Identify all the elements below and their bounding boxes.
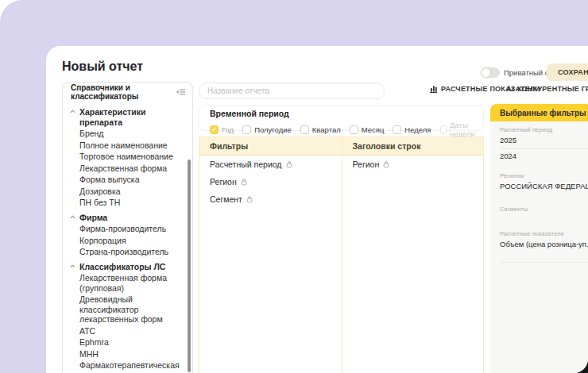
- row-headers-column: Заголовки строк Регион: [342, 137, 484, 373]
- section-value[interactable]: РОССИЙСКАЯ ФЕДЕРАЦИЯ: [500, 179, 588, 194]
- tree-item[interactable]: Фирма-производитель: [68, 224, 184, 234]
- tree-item[interactable]: Древовидный классификатор лекарственных …: [68, 294, 184, 325]
- tree-item[interactable]: Корпорация: [68, 236, 184, 246]
- checkbox-quarter[interactable]: Квартал: [300, 125, 341, 134]
- checkbox-icon: [300, 125, 309, 134]
- tree-item[interactable]: Страна-производитель: [68, 247, 184, 257]
- lock-icon: [246, 195, 253, 203]
- sidebar-title: Справочники и классификаторы: [71, 83, 176, 101]
- tree-item[interactable]: Лекарственная форма: [68, 163, 184, 174]
- chevron-up-icon: [70, 264, 75, 268]
- lock-icon: [383, 160, 389, 168]
- tree-item[interactable]: Дозировка: [68, 186, 184, 197]
- checkbox-icon: [242, 125, 251, 134]
- tree-item[interactable]: Бренд: [68, 129, 184, 139]
- filter-row[interactable]: Расчетный период: [199, 156, 342, 173]
- tree-item[interactable]: АТС: [68, 326, 184, 336]
- toggle-knob: [482, 68, 490, 77]
- section-value[interactable]: Объем (цена розница-уп.розница), руб: [500, 237, 588, 252]
- filter-row[interactable]: Регион: [199, 173, 342, 190]
- checkbox-month[interactable]: Месяц: [350, 125, 385, 134]
- checkbox-week[interactable]: Неделя: [393, 125, 431, 134]
- checkbox-icon: [393, 125, 401, 134]
- section-label: Сегменты: [500, 206, 588, 213]
- time-period-section: Временной период Год Полугодие Квартал М…: [199, 105, 484, 131]
- checkbox-icon: [440, 125, 447, 134]
- report-name-input[interactable]: [199, 83, 385, 99]
- chevron-up-icon: [70, 215, 75, 219]
- competitive-groups-icon: [505, 84, 514, 93]
- tree-item[interactable]: Ephmra: [68, 337, 184, 348]
- tree-item[interactable]: Полное наименование: [68, 140, 184, 151]
- row-header-row[interactable]: Регион: [342, 156, 484, 173]
- selected-filters-panel: Выбранные фильтры Расчетный период 2025 …: [490, 104, 588, 373]
- sidebar-scrollbar[interactable]: [188, 160, 191, 372]
- filters-column: Фильтры Расчетный период Регион Сегмент: [199, 137, 342, 373]
- tree-group-label: Характеристики препарата: [79, 107, 145, 127]
- tree-item[interactable]: Форма выпуска: [68, 175, 184, 185]
- section-label: Регионы: [500, 172, 588, 179]
- lock-icon: [241, 178, 247, 186]
- section-label: Расчетный период: [500, 126, 588, 133]
- save-as-template-button[interactable]: СОХРАНИТЬ КАК ШАБЛОН: [547, 63, 588, 81]
- section-label: Расчетные показатели: [500, 230, 588, 237]
- tree-group[interactable]: Фирма: [68, 213, 184, 223]
- bar-chart-icon: [429, 84, 438, 93]
- classifiers-sidebar: Справочники и классификаторы Характерист…: [62, 82, 193, 373]
- tree-item[interactable]: Лекарственная форма (групповая): [68, 273, 184, 293]
- section-value[interactable]: 2025: [500, 133, 588, 148]
- page-title: Новый отчет: [62, 60, 143, 74]
- checkbox-icon: [350, 125, 358, 134]
- tree-item[interactable]: МНН: [68, 349, 184, 360]
- tree-group[interactable]: Характеристики препарата: [68, 107, 184, 127]
- tree-group-label: Классификаторы ЛС: [79, 262, 165, 271]
- filters-column-header: Фильтры: [199, 137, 342, 156]
- screen: Новый отчет Приватный отчет СОХРАНИТЬ КА…: [0, 0, 588, 373]
- row-headers-column-header: Заголовки строк: [342, 137, 484, 156]
- report-builder-window: Новый отчет Приватный отчет СОХРАНИТЬ КА…: [46, 46, 588, 373]
- filter-row[interactable]: Сегмент: [199, 190, 342, 208]
- tree-item[interactable]: Фармакотерапевтическая группа: [68, 360, 184, 373]
- chevron-up-icon: [70, 110, 75, 113]
- private-report-toggle[interactable]: [481, 67, 500, 78]
- time-period-title: Временной период: [210, 109, 483, 118]
- lock-icon: [286, 160, 292, 168]
- collapse-panel-icon[interactable]: [176, 88, 186, 96]
- selected-filters-body: Расчетный период 2025 2024 Регионы РОССИ…: [490, 121, 588, 373]
- tree-item[interactable]: ПН без ТН: [68, 198, 184, 208]
- competitive-groups-button[interactable]: КОНКУРЕНТНЫЕ ГРУППЫ: [505, 84, 588, 93]
- checkbox-year[interactable]: Год: [210, 125, 234, 134]
- filters-table: Фильтры Расчетный период Регион Сегмент …: [199, 137, 484, 373]
- tree-group-label: Фирма: [79, 213, 107, 222]
- divider: [500, 262, 588, 263]
- section-value[interactable]: 2024: [500, 149, 588, 164]
- tree-item[interactable]: Торговое наименование: [68, 152, 184, 162]
- classifier-tree: Характеристики препарата Бренд Полное на…: [63, 102, 192, 373]
- selected-filters-title: Выбранные фильтры: [490, 104, 588, 121]
- tree-group[interactable]: Классификаторы ЛС: [68, 262, 184, 272]
- checkbox-halfyear[interactable]: Полугодие: [242, 125, 292, 134]
- competitive-groups-label: КОНКУРЕНТНЫЕ ГРУППЫ: [517, 85, 588, 93]
- checkbox-week-dates: Даты недели: [440, 121, 484, 138]
- checkbox-icon: [210, 125, 219, 134]
